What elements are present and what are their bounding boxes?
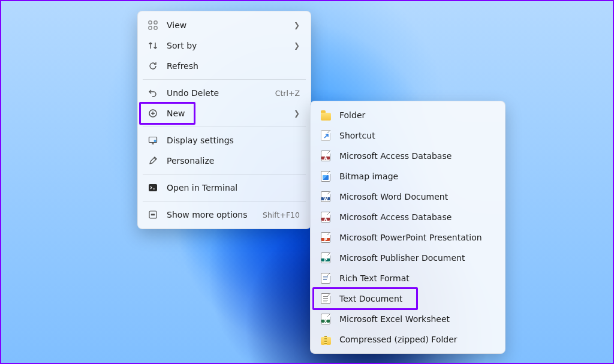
submenu-item-bitmap[interactable]: Bitmap image [314,166,501,186]
word-icon: W [320,191,331,202]
submenu-item-shortcut[interactable]: Shortcut [314,125,501,146]
personalize-icon [148,155,158,166]
submenu-label: Rich Text Format [339,273,494,283]
desktop-context-menu: View ❯ Sort by ❯ Refresh Undo Delete Ctr… [137,11,311,229]
svg-rect-7 [149,184,157,191]
chevron-right-icon: ❯ [294,109,300,118]
menu-label: Sort by [167,41,289,50]
refresh-icon [148,61,158,71]
menu-label: Refresh [167,61,300,71]
menu-separator [143,201,306,201]
menu-label: Personalize [167,156,300,166]
submenu-label: Microsoft PowerPoint Presentation [339,233,494,242]
excel-icon: X [320,314,331,324]
chevron-right-icon: ❯ [294,41,300,50]
menu-separator [143,79,306,80]
menu-item-personalize[interactable]: Personalize [142,151,307,171]
svg-point-9 [151,214,152,215]
new-submenu: Folder Shortcut A Microsoft Access Datab… [310,101,505,354]
submenu-label: Microsoft Word Document [339,192,494,201]
undo-icon [148,88,158,98]
powerpoint-icon: P [320,232,331,243]
chevron-right-icon: ❯ [294,21,300,29]
menu-separator [143,174,306,175]
shortcut-icon [320,130,331,141]
submenu-item-excel[interactable]: X Microsoft Excel Worksheet [314,309,501,329]
menu-label: New [167,109,289,118]
view-icon [148,20,158,31]
access-icon: A [320,212,331,222]
menu-label: Show more options [167,210,263,219]
sort-icon [148,40,158,51]
menu-label: Open in Terminal [167,183,300,192]
svg-point-11 [154,214,155,215]
more-icon [148,209,158,220]
text-icon [320,293,331,304]
submenu-item-rtf[interactable]: Rich Text Format [314,268,501,288]
menu-item-refresh[interactable]: Refresh [142,56,307,76]
submenu-item-folder[interactable]: Folder [314,105,501,125]
submenu-label: Microsoft Access Database [339,212,494,222]
submenu-label: Shortcut [339,131,494,140]
new-icon [148,108,158,119]
rtf-icon [320,273,331,284]
submenu-label: Folder [339,110,494,120]
submenu-label: Microsoft Publisher Document [339,253,494,263]
menu-label: View [167,20,289,30]
publisher-icon: P [320,252,331,263]
submenu-label: Text Document [339,294,494,303]
submenu-label: Bitmap image [339,172,494,181]
submenu-item-access-db[interactable]: A Microsoft Access Database [314,146,501,166]
svg-rect-0 [149,21,152,24]
menu-item-open-in-terminal[interactable]: Open in Terminal [142,178,307,198]
submenu-label: Microsoft Access Database [339,151,494,161]
bitmap-icon [320,171,331,182]
submenu-item-word[interactable]: W Microsoft Word Document [314,186,501,207]
svg-point-10 [152,214,154,215]
svg-rect-1 [154,21,157,24]
menu-item-display-settings[interactable]: Display settings [142,130,307,151]
menu-item-view[interactable]: View ❯ [142,15,307,35]
submenu-item-access-db-2[interactable]: A Microsoft Access Database [314,207,501,227]
menu-accelerator: Ctrl+Z [275,89,300,98]
svg-point-6 [154,140,156,142]
display-icon [148,135,158,146]
submenu-item-text-document[interactable]: Text Document [314,288,501,309]
terminal-icon [148,182,158,193]
submenu-label: Compressed (zipped) Folder [339,335,494,344]
submenu-item-powerpoint[interactable]: P Microsoft PowerPoint Presentation [314,227,501,248]
submenu-item-zip[interactable]: Compressed (zipped) Folder [314,329,501,350]
menu-accelerator: Shift+F10 [263,210,300,219]
menu-label: Display settings [167,136,300,145]
zip-icon [320,334,331,345]
menu-item-new[interactable]: New ❯ [142,103,307,124]
menu-item-undo-delete[interactable]: Undo Delete Ctrl+Z [142,83,307,103]
svg-rect-3 [154,26,157,29]
folder-icon [320,110,331,121]
menu-label: Undo Delete [167,88,275,98]
menu-item-show-more-options[interactable]: Show more options Shift+F10 [142,204,307,225]
svg-rect-2 [149,26,152,29]
menu-item-sort-by[interactable]: Sort by ❯ [142,35,307,56]
menu-separator [143,127,306,127]
access-icon: A [320,151,331,161]
submenu-item-publisher[interactable]: P Microsoft Publisher Document [314,248,501,268]
submenu-label: Microsoft Excel Worksheet [339,314,494,324]
